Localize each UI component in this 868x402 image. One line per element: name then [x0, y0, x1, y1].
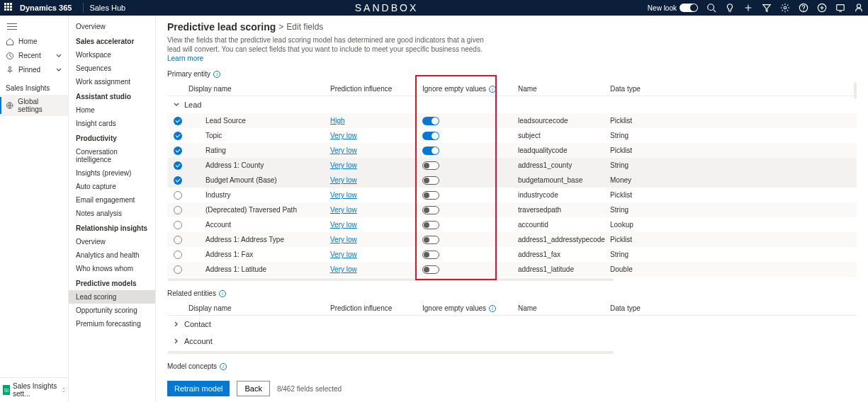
sidebar-item-conversation-intelligence[interactable]: Conversation intelligence [69, 145, 155, 166]
prediction-link[interactable]: Very low [330, 221, 357, 229]
prediction-link[interactable]: High [330, 117, 345, 125]
ignore-toggle[interactable] [422, 251, 439, 259]
sidebar-item-work-assignment[interactable]: Work assignment [69, 75, 155, 88]
prediction-link[interactable]: Very low [330, 161, 357, 169]
h-scrollbar[interactable] [167, 278, 614, 281]
row-checkbox[interactable] [174, 265, 182, 274]
sidebar-item-lead-scoring[interactable]: Lead scoring [69, 290, 155, 304]
row-checkbox[interactable] [174, 251, 182, 259]
plus-icon[interactable] [743, 3, 753, 13]
group-lead[interactable]: Lead [167, 96, 857, 113]
back-button[interactable]: Back [237, 381, 269, 396]
row-checkbox[interactable] [174, 176, 182, 185]
sidebar-item-insights-preview-[interactable]: Insights (preview) [69, 166, 155, 180]
help-icon[interactable] [799, 3, 808, 13]
h-scrollbar[interactable] [167, 351, 614, 354]
sidebar-item-who-knows-whom[interactable]: Who knows whom [69, 262, 155, 275]
brand-label: Dynamics 365 [20, 4, 72, 12]
info-icon[interactable]: i [213, 71, 220, 78]
cell-datatype: Picklist [610, 117, 667, 125]
row-checkbox[interactable] [174, 132, 182, 140]
scrollbar[interactable] [854, 82, 857, 99]
sidebar-item-insight-cards[interactable]: Insight cards [69, 117, 155, 130]
sidebar-item-notes-analysis[interactable]: Notes analysis [69, 207, 155, 220]
row-checkbox[interactable] [174, 206, 182, 214]
row-checkbox[interactable] [174, 236, 182, 244]
footer-label: Sales Insights sett... [13, 382, 58, 398]
ignore-toggle[interactable] [422, 191, 439, 200]
info-icon[interactable]: i [489, 86, 496, 93]
cell-datatype: Picklist [610, 147, 667, 154]
rail-item-pinned[interactable]: Pinned [0, 63, 68, 77]
table-row: Lead SourceHighleadsourcecodePicklist [167, 113, 857, 128]
prediction-link[interactable]: Very low [330, 147, 357, 154]
prediction-link[interactable]: Very low [330, 132, 357, 139]
sidebar-item-opportunity-scoring[interactable]: Opportunity scoring [69, 304, 155, 317]
col-datatype: Data type [610, 85, 667, 93]
retrain-button[interactable]: Retrain model [167, 381, 230, 396]
row-checkbox[interactable] [174, 117, 182, 125]
cell-display-name: Address 1: Address Type [188, 236, 330, 243]
info-icon[interactable]: i [220, 363, 227, 370]
cell-display-name: Address 1: Fax [188, 251, 330, 258]
filter-icon[interactable] [762, 3, 772, 13]
sidebar-item-sequences[interactable]: Sequences [69, 62, 155, 75]
prediction-link[interactable]: Very low [330, 176, 357, 184]
lightbulb-icon[interactable] [725, 3, 735, 13]
learn-more-link[interactable]: Learn more [167, 54, 203, 62]
prediction-link[interactable]: Very low [330, 191, 357, 199]
prediction-link[interactable]: Very low [330, 265, 357, 273]
search-icon[interactable] [706, 3, 716, 13]
ignore-toggle[interactable] [422, 221, 439, 229]
person-icon[interactable] [854, 3, 864, 13]
sidebar-item-overview[interactable]: Overview [69, 20, 155, 33]
ignore-toggle[interactable] [422, 206, 439, 214]
hamburger-icon[interactable] [0, 18, 68, 35]
group-account[interactable]: Account [167, 333, 857, 350]
pin-icon [6, 66, 14, 74]
rail-global-settings[interactable]: Global settings [0, 95, 68, 116]
cell-datatype: String [610, 161, 667, 169]
hub-label[interactable]: Sales Hub [89, 4, 125, 12]
ignore-toggle[interactable] [422, 176, 439, 185]
sidebar-item-overview[interactable]: Overview [69, 235, 155, 248]
ignore-toggle[interactable] [422, 147, 439, 155]
screen-icon[interactable] [835, 3, 845, 13]
app-launcher-icon[interactable] [4, 3, 14, 13]
sidebar-item-workspace[interactable]: Workspace [69, 48, 155, 62]
ignore-toggle[interactable] [422, 265, 439, 274]
rail-item-recent[interactable]: Recent [0, 49, 68, 63]
prediction-link[interactable]: Very low [330, 236, 357, 243]
prediction-link[interactable]: Very low [330, 251, 357, 258]
cell-display-name: Account [188, 221, 330, 229]
info-icon[interactable]: i [489, 305, 496, 312]
row-checkbox[interactable] [174, 221, 182, 229]
sidebar-item-home[interactable]: Home [69, 103, 155, 117]
row-checkbox[interactable] [174, 147, 182, 155]
toggle-icon [680, 4, 698, 12]
sidebar-item-analytics-and-health[interactable]: Analytics and health [69, 248, 155, 262]
related-entities-label: Related entitiesi [167, 289, 857, 297]
ignore-toggle[interactable] [422, 236, 439, 244]
ignore-toggle[interactable] [422, 117, 439, 125]
new-look-toggle[interactable]: New look [648, 4, 698, 12]
group-label: Lead [184, 100, 201, 109]
cell-name: address1_county [518, 161, 610, 169]
cell-datatype: Picklist [610, 236, 667, 243]
ignore-toggle[interactable] [422, 161, 439, 170]
sidebar-item-auto-capture[interactable]: Auto capture [69, 180, 155, 193]
cell-name: budgetamount_base [518, 176, 610, 184]
gear-icon[interactable] [780, 3, 790, 13]
info-icon[interactable]: i [219, 290, 226, 297]
ignore-toggle[interactable] [422, 132, 439, 140]
sidebar-item-email-engagement[interactable]: Email engagement [69, 193, 155, 207]
row-checkbox[interactable] [174, 191, 182, 200]
rail-item-home[interactable]: Home [0, 35, 68, 49]
rail-footer[interactable]: SI Sales Insights sett... [0, 377, 69, 402]
group-contact[interactable]: Contact [167, 316, 857, 333]
row-checkbox[interactable] [174, 161, 182, 170]
sidebar-item-premium-forecasting[interactable]: Premium forecasting [69, 317, 155, 331]
prediction-link[interactable]: Very low [330, 206, 357, 214]
assistant-icon[interactable] [817, 3, 827, 13]
action-bar: Retrain model Back 8/462 fields selected [156, 374, 868, 402]
